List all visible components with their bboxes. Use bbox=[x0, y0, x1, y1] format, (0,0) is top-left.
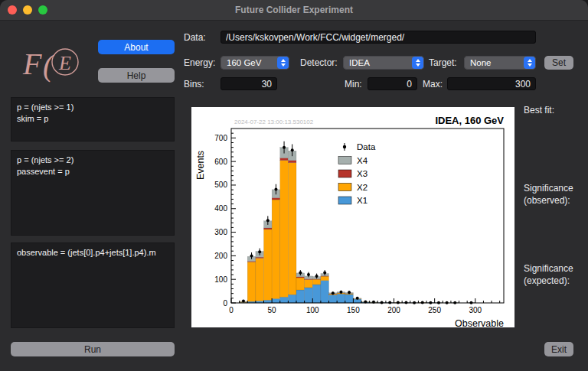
logo-letter-e: E bbox=[58, 52, 71, 74]
set-button[interactable]: Set bbox=[544, 56, 573, 70]
app-window: Future Collider Experiment F ( E About H… bbox=[0, 0, 588, 371]
plot-panel: 2024-07-22 13:00:13.530102IDEA, 160 GeV0… bbox=[191, 107, 514, 327]
target-select[interactable]: None bbox=[464, 56, 536, 70]
titlebar: Future Collider Experiment bbox=[0, 0, 588, 21]
svg-text:400: 400 bbox=[214, 204, 227, 213]
target-label: Target: bbox=[429, 57, 457, 68]
stepper-icon bbox=[524, 57, 535, 69]
stepper-icon bbox=[277, 57, 289, 69]
code-editor-observable[interactable]: observable = (jets[0].p4+jets[1].p4).m bbox=[11, 242, 175, 328]
svg-text:100: 100 bbox=[306, 306, 319, 314]
svg-text:X3: X3 bbox=[357, 169, 368, 178]
svg-text:300: 300 bbox=[469, 306, 482, 314]
svg-text:100: 100 bbox=[214, 275, 227, 284]
max-label: Max: bbox=[423, 79, 443, 89]
data-label: Data: bbox=[184, 32, 206, 43]
svg-text:250: 250 bbox=[428, 306, 441, 314]
svg-text:2024-07-22 13:00:13.530102: 2024-07-22 13:00:13.530102 bbox=[234, 119, 314, 125]
svg-text:0: 0 bbox=[229, 306, 234, 314]
svg-text:Observable: Observable bbox=[455, 318, 504, 327]
svg-text:0: 0 bbox=[223, 299, 227, 308]
app-logo: F ( E bbox=[21, 38, 89, 89]
svg-text:X4: X4 bbox=[357, 156, 368, 165]
significance-expected-label: Significance (expected): bbox=[524, 262, 586, 287]
window-title: Future Collider Experiment bbox=[0, 0, 588, 20]
svg-text:200: 200 bbox=[214, 252, 227, 260]
svg-text:IDEA, 160 GeV: IDEA, 160 GeV bbox=[435, 115, 504, 126]
run-button[interactable]: Run bbox=[11, 342, 175, 356]
detector-label: Detector: bbox=[300, 57, 338, 68]
min-input[interactable] bbox=[368, 77, 417, 90]
detector-value: IDEA bbox=[343, 58, 410, 67]
max-input[interactable] bbox=[447, 77, 536, 90]
stepper-icon bbox=[412, 57, 423, 69]
significance-observed-label: Significance (observed): bbox=[524, 182, 586, 207]
best-fit-label: Best fit: bbox=[524, 104, 586, 116]
bins-label: Bins: bbox=[184, 79, 204, 89]
min-label: Min: bbox=[345, 79, 362, 89]
code-editor-skim[interactable]: p = (njets >= 1) skim = p bbox=[11, 97, 175, 142]
svg-text:300: 300 bbox=[214, 228, 227, 236]
histogram-plot: 2024-07-22 13:00:13.530102IDEA, 160 GeV0… bbox=[191, 107, 514, 327]
detector-select[interactable]: IDEA bbox=[343, 56, 424, 70]
svg-text:700: 700 bbox=[214, 134, 227, 142]
svg-text:600: 600 bbox=[214, 158, 227, 166]
svg-text:X1: X1 bbox=[357, 196, 368, 205]
exit-button[interactable]: Exit bbox=[544, 342, 573, 356]
svg-text:Data: Data bbox=[357, 142, 376, 151]
bins-input[interactable] bbox=[220, 77, 277, 90]
logo-paren: ( bbox=[43, 48, 55, 83]
help-button[interactable]: Help bbox=[98, 68, 175, 83]
energy-value: 160 GeV bbox=[220, 58, 275, 67]
svg-text:X2: X2 bbox=[357, 183, 368, 192]
svg-text:Events: Events bbox=[195, 151, 206, 180]
energy-select[interactable]: 160 GeV bbox=[220, 56, 289, 70]
energy-label: Energy: bbox=[184, 57, 215, 68]
svg-text:200: 200 bbox=[387, 306, 400, 314]
svg-text:150: 150 bbox=[347, 306, 360, 314]
target-value: None bbox=[464, 58, 521, 67]
svg-text:50: 50 bbox=[268, 306, 277, 314]
data-path-input[interactable] bbox=[220, 31, 536, 44]
svg-text:500: 500 bbox=[214, 181, 227, 189]
logo-letter-f: F bbox=[22, 47, 42, 81]
code-editor-passevent[interactable]: p = (njets >= 2) passevent = p bbox=[11, 150, 175, 236]
about-button[interactable]: About bbox=[98, 40, 175, 54]
